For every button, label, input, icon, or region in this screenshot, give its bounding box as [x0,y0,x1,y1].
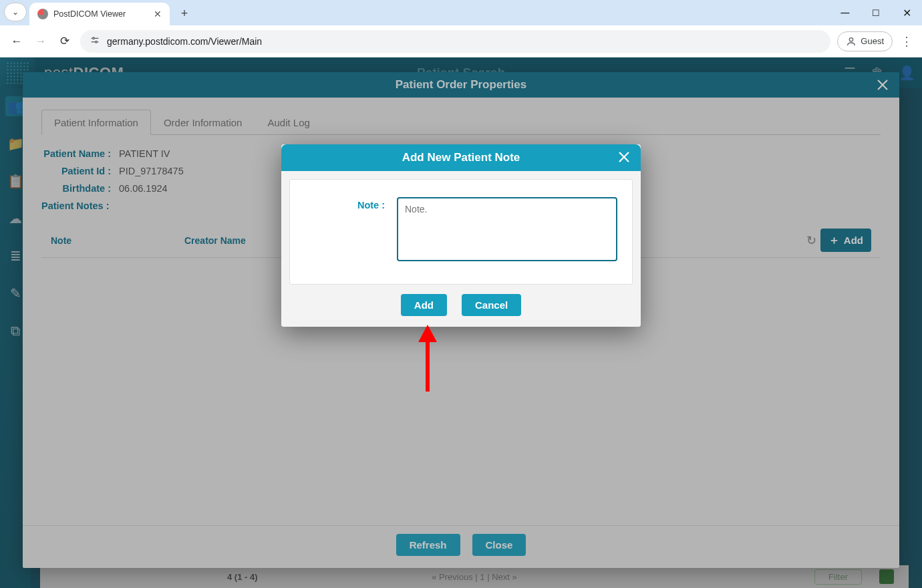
browser-titlebar: ⌄ PostDICOM Viewer ✕ + ─ ☐ ✕ [0,0,922,25]
note-dialog-close-button[interactable] [617,150,631,168]
svg-point-3 [96,41,98,43]
window-maximize-button[interactable]: ☐ [861,0,891,25]
window-controls: ─ ☐ ✕ [830,0,922,25]
nav-back-icon[interactable]: ← [8,35,25,48]
nav-forward-icon[interactable]: → [32,35,49,48]
note-cancel-button[interactable]: Cancel [462,294,521,316]
tab-list-button[interactable]: ⌄ [4,3,27,21]
browser-toolbar: ← → ⟳ germany.postdicom.com/Viewer/Main … [0,25,922,57]
note-dialog-header: Add New Patient Note [281,144,641,171]
note-dialog-title: Add New Patient Note [402,151,520,164]
profile-guest-button[interactable]: Guest [837,31,893,51]
browser-menu-icon[interactable]: ⋮ [899,34,914,49]
new-tab-button[interactable]: + [175,4,194,23]
url-text: germany.postdicom.com/Viewer/Main [107,36,262,47]
note-dialog-footer: Add Cancel [281,285,641,327]
favicon-icon [37,9,48,19]
guest-label: Guest [861,36,884,46]
window-minimize-button[interactable]: ─ [830,0,861,25]
note-textarea[interactable] [397,197,617,261]
app-viewport: postDICOM Patient Search ☰ 🗑 👤 👥 📁 📋 ☁ ≣… [0,57,922,588]
add-patient-note-dialog: Add New Patient Note Note : Add Cancel [281,144,641,327]
svg-point-2 [93,37,95,39]
tab-close-icon[interactable]: ✕ [154,9,162,19]
site-settings-icon[interactable] [90,35,100,47]
tab-title: PostDICOM Viewer [53,9,148,19]
window-close-button[interactable]: ✕ [891,0,922,25]
address-bar[interactable]: germany.postdicom.com/Viewer/Main [80,30,830,53]
browser-tab[interactable]: PostDICOM Viewer ✕ [29,3,170,25]
note-field-label: Note : [305,197,385,261]
note-add-button[interactable]: Add [401,294,447,316]
svg-point-4 [850,37,853,41]
nav-reload-icon[interactable]: ⟳ [56,34,73,48]
note-dialog-body: Note : [289,179,633,285]
